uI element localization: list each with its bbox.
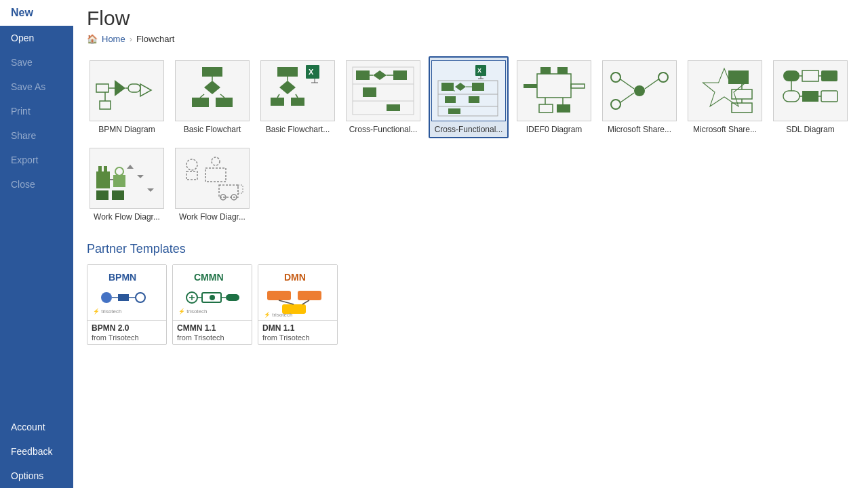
- svg-rect-76: [821, 70, 837, 81]
- sidebar-item-open[interactable]: Open: [0, 26, 73, 50]
- sidebar-item-export: Export: [0, 148, 73, 172]
- svg-marker-9: [204, 81, 220, 94]
- template-thumb-basic-flow-excel: X: [260, 60, 335, 121]
- svg-rect-106: [118, 294, 129, 301]
- template-thumb-workflow1: [90, 148, 164, 209]
- svg-point-64: [634, 85, 645, 96]
- svg-rect-47: [469, 96, 479, 103]
- template-thumb-ms-share1: [602, 60, 677, 121]
- breadcrumb-current: Flowchart: [136, 34, 174, 44]
- svg-line-13: [200, 94, 204, 98]
- template-card-bpmn[interactable]: BPMN Diagram: [87, 56, 167, 138]
- template-thumb-cross-func1: [346, 60, 420, 121]
- svg-marker-44: [455, 83, 466, 91]
- svg-rect-52: [540, 67, 551, 74]
- template-card-ms-share1[interactable]: Microsoft Share...: [599, 56, 679, 138]
- svg-marker-55: [524, 84, 537, 88]
- svg-rect-88: [113, 175, 125, 187]
- svg-marker-7: [140, 84, 151, 96]
- sidebar: New Open Save Save As Print Share Export…: [0, 0, 73, 488]
- svg-rect-85: [96, 171, 110, 188]
- svg-point-62: [658, 73, 668, 82]
- svg-marker-56: [571, 84, 585, 88]
- svg-line-25: [296, 94, 298, 98]
- template-label-workflow2: Work Flow Diagr...: [175, 212, 250, 222]
- svg-rect-53: [557, 67, 568, 74]
- svg-rect-2: [128, 84, 140, 92]
- svg-rect-46: [445, 96, 456, 103]
- partner-card-bpmn2[interactable]: BPMN ⚡ trisotech BPMN 2.0 from Trisotech: [87, 264, 167, 345]
- svg-point-63: [611, 100, 620, 109]
- svg-rect-22: [291, 98, 304, 106]
- svg-rect-19: [277, 67, 298, 77]
- svg-rect-48: [448, 108, 460, 114]
- svg-rect-60: [557, 104, 570, 113]
- template-label-sdl: SDL Diagram: [773, 125, 848, 134]
- sidebar-item-account[interactable]: Account: [0, 415, 73, 439]
- svg-marker-20: [279, 81, 296, 94]
- template-thumb-workflow2: [175, 148, 250, 209]
- svg-marker-95: [147, 188, 154, 192]
- breadcrumb-home[interactable]: Home: [102, 34, 125, 44]
- svg-line-125: [279, 300, 294, 304]
- template-thumb-basic-flow: [175, 60, 250, 121]
- sidebar-item-options[interactable]: Options: [0, 464, 73, 488]
- template-card-workflow2[interactable]: Work Flow Diagr...: [172, 144, 252, 226]
- svg-rect-90: [96, 190, 108, 200]
- partner-templates-title: Partner Templates: [87, 242, 854, 256]
- svg-line-14: [220, 94, 224, 98]
- svg-rect-91: [112, 190, 124, 200]
- template-label-cross-func1: Cross-Functional...: [346, 125, 420, 134]
- svg-text:⚡ trisotech: ⚡ trisotech: [93, 308, 121, 314]
- template-card-cross-func1[interactable]: Cross-Functional...: [343, 56, 423, 138]
- svg-line-24: [277, 94, 279, 98]
- svg-rect-8: [202, 67, 222, 77]
- svg-rect-87: [104, 166, 107, 173]
- svg-rect-80: [802, 91, 818, 102]
- svg-point-116: [210, 295, 215, 300]
- svg-rect-11: [216, 98, 233, 107]
- svg-rect-81: [821, 91, 837, 102]
- partner-card-cmmn[interactable]: CMMN ⚡ trisotech CMMN 1.1 from Trisotech: [172, 264, 252, 345]
- svg-rect-51: [537, 74, 571, 98]
- template-card-ms-share2[interactable]: Microsoft Share...: [685, 56, 765, 138]
- svg-rect-100: [219, 185, 238, 197]
- sidebar-item-share: Share: [0, 123, 73, 148]
- svg-rect-5: [100, 101, 111, 109]
- partner-sublabel-dmn: from Trisotech: [258, 333, 337, 344]
- page-heading: Flow: [87, 7, 854, 30]
- template-card-workflow1[interactable]: Work Flow Diagr...: [87, 144, 167, 226]
- svg-rect-75: [802, 70, 818, 81]
- template-card-sdl[interactable]: SDL Diagram: [770, 56, 850, 138]
- svg-text:⚡ trisotech: ⚡ trisotech: [264, 311, 292, 318]
- home-icon: 🏠: [87, 34, 98, 44]
- svg-rect-122: [267, 291, 291, 300]
- partner-template-grid: BPMN ⚡ trisotech BPMN 2.0 from Trisotech…: [87, 264, 854, 345]
- template-card-basic-flow-excel[interactable]: X Basic Flowchart...: [258, 56, 338, 138]
- svg-text:DMN: DMN: [284, 272, 306, 283]
- sidebar-item-saveas: Save As: [0, 75, 73, 99]
- partner-thumb-dmn: DMN ⚡ trisotech: [258, 265, 337, 321]
- svg-rect-99: [205, 168, 226, 182]
- svg-marker-93: [127, 165, 134, 169]
- svg-rect-10: [192, 98, 209, 107]
- partner-sublabel-cmmn: from Trisotech: [173, 333, 252, 344]
- sidebar-item-feedback[interactable]: Feedback: [0, 439, 73, 464]
- partner-label-bpmn2: BPMN 2.0: [87, 321, 166, 333]
- svg-rect-97: [186, 171, 197, 180]
- svg-marker-30: [373, 70, 387, 80]
- svg-text:X: X: [309, 68, 314, 76]
- svg-marker-103: [238, 185, 243, 193]
- svg-rect-31: [393, 70, 407, 80]
- svg-point-61: [611, 73, 620, 82]
- partner-card-dmn[interactable]: DMN ⚡ trisotech DMN 1.1 from Trisotech: [258, 264, 338, 345]
- template-card-basic-flow[interactable]: Basic Flowchart: [172, 56, 252, 138]
- svg-point-98: [212, 157, 220, 165]
- partner-label-dmn: DMN 1.1: [258, 321, 337, 333]
- template-card-idef0[interactable]: IDEF0 Diagram: [514, 56, 594, 138]
- svg-rect-74: [783, 70, 800, 81]
- svg-rect-45: [472, 83, 484, 91]
- template-card-cross-func2[interactable]: X Cross-Funct: [429, 56, 509, 138]
- sidebar-item-new[interactable]: New: [0, 0, 73, 26]
- template-label-ms-share1: Microsoft Share...: [602, 125, 677, 134]
